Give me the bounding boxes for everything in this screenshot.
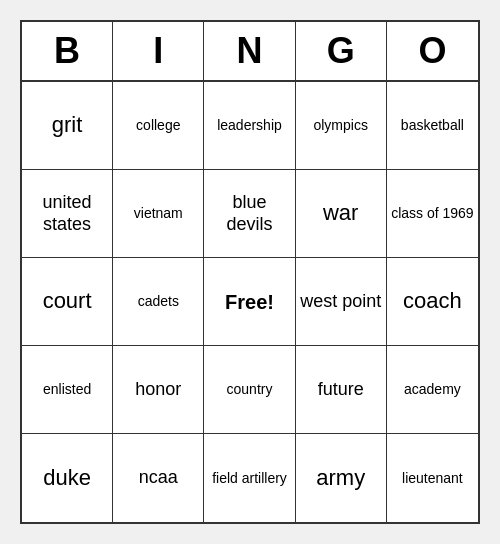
bingo-cell: Free! bbox=[204, 258, 295, 346]
bingo-cell: vietnam bbox=[113, 170, 204, 258]
bingo-cell: class of 1969 bbox=[387, 170, 478, 258]
cell-text: ncaa bbox=[139, 467, 178, 489]
bingo-cell: coach bbox=[387, 258, 478, 346]
header-letter: I bbox=[113, 22, 204, 80]
cell-text: honor bbox=[135, 379, 181, 401]
bingo-cell: grit bbox=[22, 82, 113, 170]
bingo-cell: future bbox=[296, 346, 387, 434]
bingo-cell: united states bbox=[22, 170, 113, 258]
cell-text: lieutenant bbox=[402, 470, 463, 487]
bingo-cell: duke bbox=[22, 434, 113, 522]
cell-text: leadership bbox=[217, 117, 282, 134]
cell-text: future bbox=[318, 379, 364, 401]
bingo-cell: west point bbox=[296, 258, 387, 346]
cell-text: coach bbox=[403, 288, 462, 314]
bingo-cell: honor bbox=[113, 346, 204, 434]
bingo-cell: leadership bbox=[204, 82, 295, 170]
cell-text: war bbox=[323, 200, 358, 226]
bingo-header: BINGO bbox=[22, 22, 478, 82]
cell-text: country bbox=[227, 381, 273, 398]
cell-text: enlisted bbox=[43, 381, 91, 398]
cell-text: class of 1969 bbox=[391, 205, 474, 222]
header-letter: N bbox=[204, 22, 295, 80]
cell-text: olympics bbox=[313, 117, 367, 134]
cell-text: field artillery bbox=[212, 470, 287, 487]
cell-text: Free! bbox=[225, 290, 274, 314]
bingo-cell: college bbox=[113, 82, 204, 170]
cell-text: grit bbox=[52, 112, 83, 138]
header-letter: B bbox=[22, 22, 113, 80]
cell-text: academy bbox=[404, 381, 461, 398]
header-letter: O bbox=[387, 22, 478, 80]
bingo-cell: army bbox=[296, 434, 387, 522]
bingo-cell: lieutenant bbox=[387, 434, 478, 522]
bingo-cell: country bbox=[204, 346, 295, 434]
bingo-cell: war bbox=[296, 170, 387, 258]
bingo-cell: blue devils bbox=[204, 170, 295, 258]
bingo-cell: court bbox=[22, 258, 113, 346]
cell-text: basketball bbox=[401, 117, 464, 134]
bingo-cell: olympics bbox=[296, 82, 387, 170]
cell-text: united states bbox=[26, 192, 108, 235]
bingo-cell: basketball bbox=[387, 82, 478, 170]
cell-text: vietnam bbox=[134, 205, 183, 222]
bingo-card: BINGO gritcollegeleadershipolympicsbaske… bbox=[20, 20, 480, 524]
cell-text: blue devils bbox=[208, 192, 290, 235]
cell-text: west point bbox=[300, 291, 381, 313]
cell-text: cadets bbox=[138, 293, 179, 310]
bingo-cell: ncaa bbox=[113, 434, 204, 522]
header-letter: G bbox=[296, 22, 387, 80]
cell-text: army bbox=[316, 465, 365, 491]
cell-text: college bbox=[136, 117, 180, 134]
bingo-cell: academy bbox=[387, 346, 478, 434]
bingo-cell: cadets bbox=[113, 258, 204, 346]
cell-text: duke bbox=[43, 465, 91, 491]
bingo-grid: gritcollegeleadershipolympicsbasketballu… bbox=[22, 82, 478, 522]
bingo-cell: enlisted bbox=[22, 346, 113, 434]
bingo-cell: field artillery bbox=[204, 434, 295, 522]
cell-text: court bbox=[43, 288, 92, 314]
